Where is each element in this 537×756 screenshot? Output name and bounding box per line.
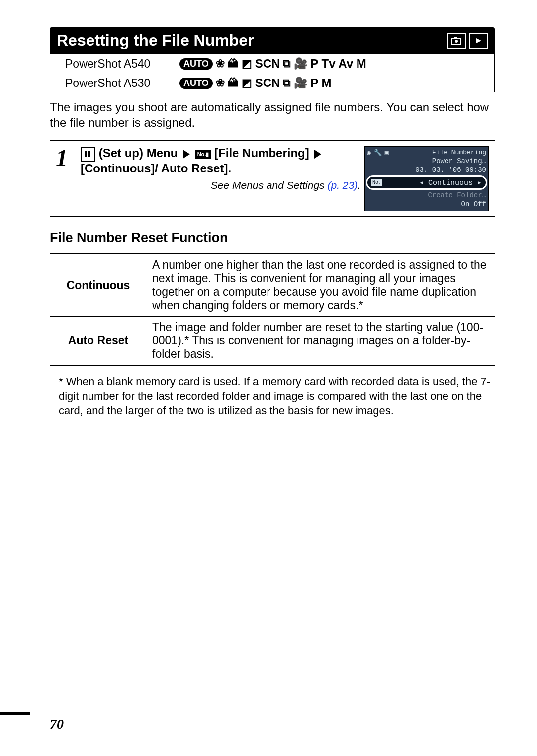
svg-rect-2 [454,37,457,39]
play-icon [469,33,488,49]
table-desc: A number one higher than the last one re… [147,254,495,317]
stitch-icon: ⧉ [283,57,291,70]
page-number: 70 [50,716,64,732]
lcd-no-icon: No. [371,179,382,186]
step-text: [Continuous]/ Auto Reset]. [81,162,231,175]
lcd-tab-icon: 🔧 [374,149,382,157]
lcd-tab-icon: ◉ [367,149,371,157]
section-title: Resetting the File Number [57,31,254,50]
table-label: Auto Reset [50,317,147,366]
macro-icon: ❀ [216,57,225,70]
model-row: PowerShot A530 AUTO ❀ 🏔 ◩ SCN ⧉ 🎥 P M [50,73,494,92]
svg-point-1 [455,40,458,43]
svg-marker-3 [476,38,481,43]
lcd-selected-value: Continuous [428,179,473,187]
step-text: (Set up) Menu [95,146,178,160]
step-number: 1 [56,146,81,211]
landscape-icon: 🏔 [228,57,239,70]
lcd-row-text: Power Saving… [432,157,486,165]
auto-mode-icon: AUTO [179,58,213,70]
camera-icon [447,33,466,49]
file-numbering-icon: No.▮ [195,150,211,159]
movie-icon: 🎥 [294,77,307,89]
stitch-icon: ⧉ [283,77,291,89]
step-text: [File Numbering] [214,146,309,160]
model-row: PowerShot A540 AUTO ❀ 🏔 ◩ SCN ⧉ 🎥 P Tv A… [50,54,494,73]
mode-strip: AUTO ❀ 🏔 ◩ SCN ⧉ 🎥 P M [179,76,332,90]
table-row: Auto Reset The image and folder number a… [50,317,495,366]
table-desc: The image and folder number are reset to… [147,317,495,366]
scn-mode-label: SCN [255,76,280,90]
landscape-icon: 🏔 [228,77,239,89]
file-number-function-table: Continuous A number one higher than the … [50,253,495,366]
table-row: Continuous A number one higher than the … [50,254,495,317]
auto-mode-icon: AUTO [179,78,213,89]
intro-paragraph: The images you shoot are automatically a… [50,99,495,130]
model-name: PowerShot A540 [65,57,179,71]
page-ref-link[interactable]: (p. 23) [327,179,358,191]
mode-tail: P M [310,76,331,90]
movie-icon: 🎥 [294,57,307,70]
step-1-block: 1 (Set up) Menu No.▮ [File Numbering] [C… [50,140,495,217]
lcd-title: File Numbering [432,149,486,157]
table-label: Continuous [50,254,147,317]
arrow-icon [314,150,321,159]
model-compat-table: PowerShot A540 AUTO ❀ 🏔 ◩ SCN ⧉ 🎥 P Tv A… [50,54,495,92]
title-mode-icons [447,33,488,49]
mode-strip: AUTO ❀ 🏔 ◩ SCN ⧉ 🎥 P Tv Av M [179,57,366,71]
setup-menu-icon [81,147,95,162]
section-title-bar: Resetting the File Number [50,27,495,54]
arrow-icon [183,150,190,159]
portrait-night-icon: ◩ [242,77,252,89]
lcd-row-text: 03. 03. '06 09:30 [415,166,486,174]
lcd-row-text: On Off [461,200,486,208]
macro-icon: ❀ [216,77,225,89]
lcd-selected-row: No. ◂ Continuous ▸ [366,175,487,190]
lcd-tab-icon: ▣ [385,149,389,157]
svg-rect-5 [88,151,90,157]
svg-rect-4 [85,151,87,157]
see-reference: See Menus and Settings (p. 23). [81,179,360,191]
footnote: * When a blank memory card is used. If a… [59,375,495,418]
portrait-night-icon: ◩ [242,57,252,70]
mode-tail: P Tv Av M [310,57,366,71]
scn-mode-label: SCN [255,57,280,71]
model-name: PowerShot A530 [65,77,179,90]
lcd-preview: ◉ 🔧 ▣ File Numbering Power Saving… 03. 0… [364,146,489,211]
step-body: (Set up) Menu No.▮ [File Numbering] [Con… [81,146,360,211]
subsection-heading: File Number Reset Function [50,230,495,246]
lcd-row-text: Create Folder… [428,191,486,199]
